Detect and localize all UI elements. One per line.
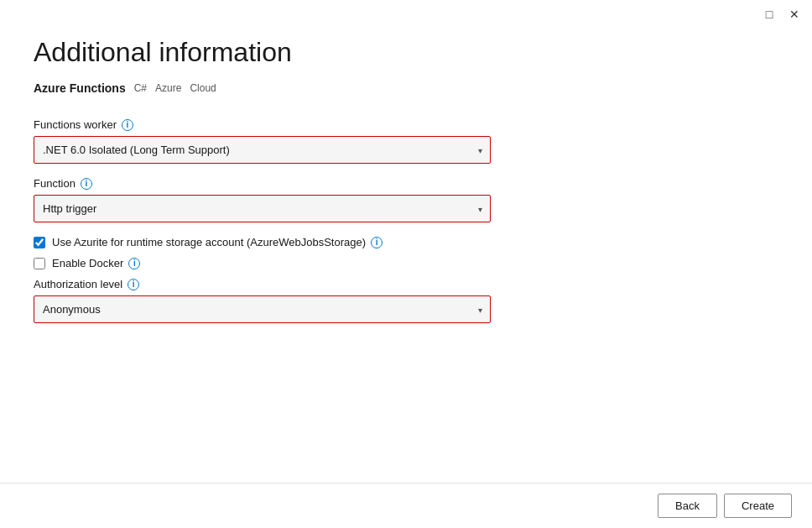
functions-worker-select[interactable]: .NET 6.0 Isolated (Long Term Support) .N… [34, 136, 491, 164]
use-azurite-label: Use Azurite for runtime storage account … [52, 236, 383, 248]
subtitle-main: Azure Functions [34, 81, 126, 95]
functions-worker-label: Functions worker i [34, 118, 778, 131]
function-select-wrapper: Http trigger Timer trigger Blob trigger … [34, 195, 491, 222]
page-title: Additional information [34, 37, 778, 68]
enable-docker-label: Enable Docker i [52, 257, 140, 269]
back-button[interactable]: Back [658, 494, 717, 518]
use-azurite-row: Use Azurite for runtime storage account … [34, 236, 778, 248]
minimize-icon: □ [766, 8, 773, 21]
function-group: Function i Http trigger Timer trigger Bl… [34, 177, 778, 222]
tag-azure: Azure [155, 82, 181, 94]
footer: Back Create [0, 483, 812, 528]
function-label: Function i [34, 177, 778, 190]
function-info-icon[interactable]: i [81, 178, 92, 190]
title-bar: □ ✕ [0, 0, 812, 29]
authorization-level-info-icon[interactable]: i [128, 279, 139, 290]
minimize-button[interactable]: □ [762, 7, 777, 22]
authorization-level-select[interactable]: Anonymous Function Admin [34, 295, 491, 323]
enable-docker-info-icon[interactable]: i [128, 258, 140, 269]
content-area: Additional information Azure Functions C… [0, 29, 812, 483]
tag-csharp: C# [134, 82, 147, 94]
functions-worker-select-wrapper: .NET 6.0 Isolated (Long Term Support) .N… [34, 136, 491, 164]
authorization-level-select-wrapper: Anonymous Function Admin ▾ [34, 295, 491, 323]
functions-worker-group: Functions worker i .NET 6.0 Isolated (Lo… [34, 118, 778, 164]
close-button[interactable]: ✕ [787, 7, 802, 22]
create-button[interactable]: Create [724, 494, 792, 518]
authorization-level-group: Authorization level i Anonymous Function… [34, 278, 778, 323]
use-azurite-checkbox[interactable] [34, 237, 45, 248]
subtitle-row: Azure Functions C# Azure Cloud [34, 81, 778, 95]
enable-docker-row: Enable Docker i [34, 257, 778, 269]
authorization-level-label: Authorization level i [34, 278, 778, 290]
functions-worker-info-icon[interactable]: i [122, 119, 133, 131]
enable-docker-checkbox[interactable] [34, 258, 45, 269]
use-azurite-info-icon[interactable]: i [371, 237, 383, 248]
function-select[interactable]: Http trigger Timer trigger Blob trigger [34, 195, 491, 222]
dialog: □ ✕ Additional information Azure Functio… [0, 0, 812, 528]
tag-cloud: Cloud [190, 82, 216, 94]
close-icon: ✕ [789, 8, 799, 21]
